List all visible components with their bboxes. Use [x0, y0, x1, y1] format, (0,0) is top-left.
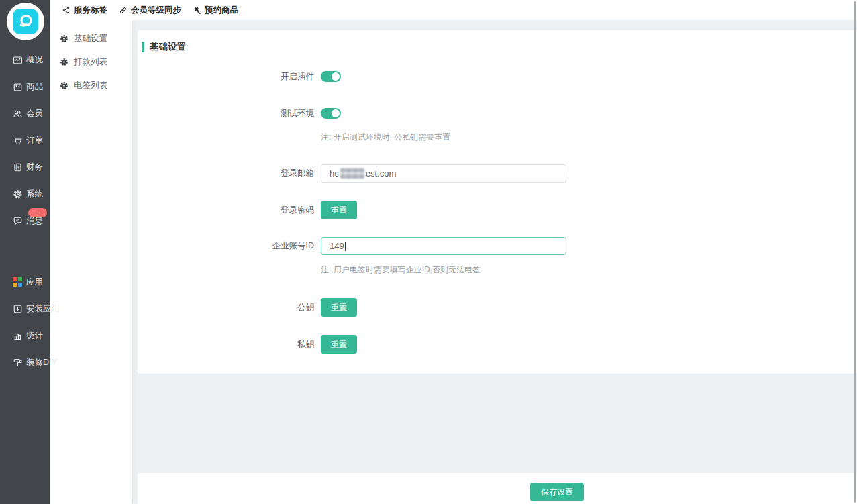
subnav-item-label: 基础设置 [74, 33, 107, 44]
share-icon [62, 6, 70, 15]
apps-icon [13, 277, 22, 287]
sidebar-item-label: 应用 [26, 276, 43, 288]
company-id-note: 注: 用户电签时需要填写企业ID,否则无法电签 [321, 264, 481, 276]
field-label: 公钥 [138, 302, 314, 313]
row-company-id: 企业账号ID 149 [138, 237, 857, 255]
company-id-value: 149 [330, 241, 344, 251]
main-sidebar: 概况 商品 会员 订单 ¥ 财务 [0, 0, 50, 504]
sidebar-item-goods[interactable]: 商品 [0, 81, 50, 93]
sidebar-item-members[interactable]: 会员 [0, 107, 50, 119]
login-email-input[interactable]: hc est.com [321, 164, 566, 183]
sidebar-item-install-app[interactable]: 安装应用 [0, 303, 50, 315]
sidebar-item-label: 订单 [26, 135, 43, 146]
field-label: 开启插件 [138, 71, 314, 83]
goods-icon [13, 82, 23, 92]
test-env-note: 注: 开启测试环境时, 公私钥需要重置 [321, 132, 450, 143]
email-redacted-block [340, 168, 364, 179]
sidebar-item-label: 安装应用 [26, 303, 60, 315]
sidebar-item-label: 统计 [26, 330, 43, 342]
sidebar-item-messages[interactable]: 消息 ... [0, 215, 50, 227]
logo-icon [13, 9, 38, 34]
sidebar-item-label: 商品 [26, 81, 43, 93]
members-icon [13, 109, 23, 119]
tab-label: 服务标签 [74, 5, 107, 16]
tab-label: 预约商品 [205, 5, 238, 16]
sidebar-item-apps[interactable]: 应用 [0, 276, 50, 288]
vertical-scrollbar[interactable] [854, 1, 856, 503]
gear-icon [60, 34, 68, 43]
subnav-item-basic-settings[interactable]: 基础设置 [50, 32, 132, 44]
system-icon [13, 189, 23, 199]
sidebar-item-label: 财务 [26, 162, 43, 173]
svg-text:¥: ¥ [17, 164, 20, 169]
message-icon [13, 216, 23, 226]
tab-service-tags[interactable]: 服务标签 [62, 5, 107, 16]
tab-reservation-goods[interactable]: 预约商品 [193, 5, 238, 16]
orders-icon [13, 136, 23, 146]
sidebar-item-label: 会员 [26, 108, 43, 119]
subnav-item-label: 打款列表 [74, 56, 107, 68]
tab-member-level-sync[interactable]: 会员等级同步 [119, 5, 181, 16]
toggle-knob [332, 109, 340, 117]
sidebar-item-label: 系统 [26, 189, 43, 200]
section-title-accent-bar [142, 42, 144, 52]
password-reset-button[interactable]: 重置 [321, 201, 357, 219]
topbar: 服务标签 会员等级同步 预约商品 [50, 0, 857, 20]
enable-plugin-toggle[interactable] [321, 71, 341, 82]
save-footer-bar: 保存设置 [138, 473, 857, 504]
private-key-reset-button[interactable]: 重置 [321, 335, 357, 354]
sidebar-item-overview[interactable]: 概况 [0, 54, 50, 66]
field-label: 私钥 [138, 339, 314, 350]
decorate-diy-icon [13, 358, 23, 368]
sidebar-item-decorate-diy[interactable]: 装修DIY [0, 356, 50, 368]
sidebar-item-label: 概况 [26, 54, 43, 66]
sidebar-item-system[interactable]: 系统 [0, 188, 50, 200]
email-value-prefix: hc [330, 168, 339, 179]
sidebar-nav: 概况 商品 会员 订单 ¥ 财务 [0, 54, 50, 368]
sidebar-item-label: 装修DIY [26, 357, 57, 368]
main-content: 基础设置 开启插件 测试环境 注: 开启测试环境时, 公私钥需要重置 登录邮箱 … [132, 20, 857, 504]
row-login-email: 登录邮箱 hc est.com [138, 164, 857, 183]
subnav-item-payment-list[interactable]: 打款列表 [50, 56, 132, 68]
row-login-password: 登录密码 重置 [138, 201, 857, 219]
test-env-toggle[interactable] [321, 108, 341, 119]
stats-icon [13, 331, 23, 341]
link-icon [119, 6, 128, 15]
message-badge: ... [28, 208, 47, 217]
save-settings-button[interactable]: 保存设置 [530, 483, 584, 501]
gear-icon [60, 58, 68, 66]
sidebar-group-divider [0, 242, 50, 276]
settings-subnav: 基础设置 打款列表 电签列表 [50, 20, 132, 504]
email-value-suffix: est.com [366, 168, 397, 179]
section-title: 基础设置 [150, 41, 186, 53]
section-header: 基础设置 [142, 41, 186, 53]
row-private-key: 私钥 重置 [138, 335, 857, 354]
company-id-input[interactable]: 149 [321, 237, 566, 255]
basic-settings-card: 基础设置 开启插件 测试环境 注: 开启测试环境时, 公私钥需要重置 登录邮箱 … [138, 30, 857, 374]
public-key-reset-button[interactable]: 重置 [321, 298, 357, 317]
subnav-item-esign-list[interactable]: 电签列表 [50, 79, 132, 91]
field-label: 登录邮箱 [138, 168, 314, 179]
gear-icon [60, 81, 68, 90]
field-label: 企业账号ID [138, 240, 314, 252]
gavel-icon [193, 6, 201, 15]
row-enable-plugin: 开启插件 [138, 71, 857, 82]
finance-icon: ¥ [13, 162, 23, 172]
sidebar-item-stats[interactable]: 统计 [0, 330, 50, 342]
install-app-icon [13, 304, 23, 314]
overview-icon [13, 55, 23, 65]
row-public-key: 公钥 重置 [138, 298, 857, 317]
tab-label: 会员等级同步 [131, 5, 181, 16]
app-logo[interactable] [7, 3, 44, 40]
sidebar-item-finance[interactable]: ¥ 财务 [0, 161, 50, 173]
toggle-knob [332, 72, 340, 81]
sidebar-item-orders[interactable]: 订单 [0, 134, 50, 146]
field-label: 登录密码 [138, 205, 314, 216]
row-test-env: 测试环境 [138, 108, 857, 119]
text-cursor [345, 242, 346, 251]
field-label: 测试环境 [138, 108, 314, 119]
subnav-item-label: 电签列表 [74, 80, 107, 91]
